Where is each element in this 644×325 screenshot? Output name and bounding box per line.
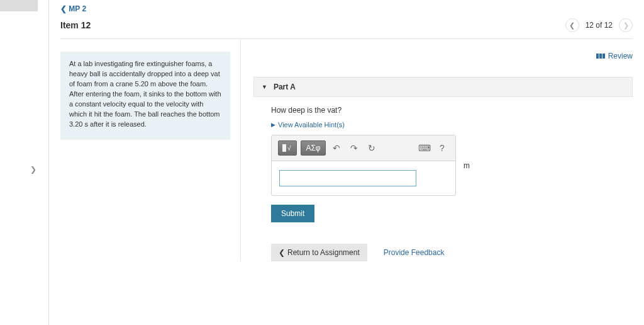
return-to-assignment-button[interactable]: ❮ Return to Assignment [271,244,367,261]
fraction-root-icon: √ [282,144,293,152]
footer-actions: ❮ Return to Assignment Provide Feedback [271,244,633,261]
hints-label: View Available Hint(s) [278,121,345,128]
item-header: Item 12 ❮ 12 of 12 ❯ [60,13,633,39]
chevron-left-icon: ❮ [279,248,285,257]
answer-input[interactable] [279,170,416,186]
answer-box: √ ΑΣφ ↶ ↷ ↻ ⌨ ? [271,135,456,196]
answer-column: Review ▼ Part A How deep is the vat? ▶ V… [240,39,633,261]
triangle-down-icon: ▼ [262,84,267,90]
provide-feedback-link[interactable]: Provide Feedback [384,248,445,257]
triangle-right-icon: ▶ [271,122,275,128]
greek-button[interactable]: ΑΣφ [301,140,326,156]
reset-icon: ↻ [368,143,375,153]
chevron-right-icon: ❯ [623,21,629,30]
undo-button[interactable]: ↶ [330,141,343,155]
templates-button[interactable]: √ [278,140,297,156]
help-button[interactable]: ? [435,141,449,155]
answer-row: √ ΑΣφ ↶ ↷ ↻ ⌨ ? [271,135,633,196]
svg-text:√: √ [287,145,291,152]
breadcrumb-label: MP 2 [69,4,86,13]
answer-unit: m [464,161,470,170]
question-text: How deep is the vat? [271,106,633,115]
return-label: Return to Assignment [287,248,360,257]
review-link[interactable]: Review [596,52,633,60]
breadcrumb-link[interactable]: ❮ MP 2 [60,4,86,13]
two-column-layout: At a lab investigating fire extinguisher… [60,39,633,261]
equation-toolbar: √ ΑΣφ ↶ ↷ ↻ ⌨ ? [272,135,455,161]
item-nav: ❮ 12 of 12 ❯ [565,18,633,32]
submit-button[interactable]: Submit [271,205,314,222]
breadcrumb: ❮ MP 2 [60,0,633,13]
part-header[interactable]: ▼ Part A [253,77,633,97]
chevron-left-icon: ❮ [569,21,575,30]
item-title: Item 12 [60,20,91,30]
prev-item-button[interactable]: ❮ [565,18,579,32]
left-sidebar: ❯ [0,0,49,325]
reset-button[interactable]: ↻ [365,141,379,155]
greek-label: ΑΣφ [306,144,320,152]
redo-icon: ↷ [350,143,358,153]
bar-chart-icon [596,54,605,59]
help-icon: ? [440,143,445,153]
answer-field-row [272,161,455,195]
keyboard-icon: ⌨ [418,143,431,153]
problem-column: At a lab investigating fire extinguisher… [60,39,240,261]
problem-statement: At a lab investigating fire extinguisher… [60,52,230,140]
redo-button[interactable]: ↷ [347,141,361,155]
svg-rect-0 [282,144,286,152]
item-position: 12 of 12 [586,21,613,30]
chevron-left-icon: ❮ [60,4,69,13]
next-item-button[interactable]: ❯ [619,18,633,32]
review-label: Review [608,52,633,60]
sidebar-gray-block [0,0,38,11]
view-hints-link[interactable]: ▶ View Available Hint(s) [271,121,633,128]
content: ❮ MP 2 Item 12 ❮ 12 of 12 ❯ At a lab inv… [49,0,644,325]
part-body: How deep is the vat? ▶ View Available Hi… [253,97,633,261]
sidebar-expand-button[interactable]: ❯ [30,165,36,174]
keyboard-button[interactable]: ⌨ [418,141,431,155]
undo-icon: ↶ [333,143,340,153]
part-label: Part A [274,83,296,91]
